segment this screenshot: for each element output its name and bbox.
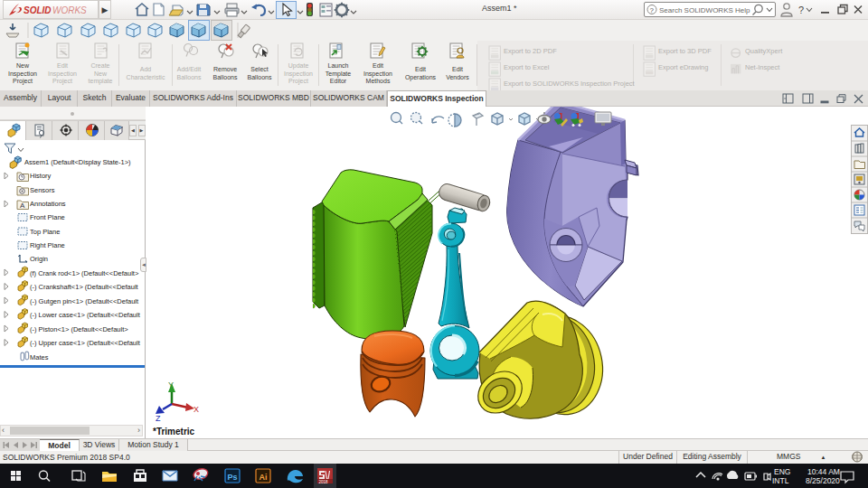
svg-text:X: X	[193, 405, 199, 414]
svg-text:WORKS: WORKS	[52, 5, 87, 15]
svg-text:ENG: ENG	[774, 467, 790, 476]
svg-text:?: ?	[650, 6, 655, 14]
svg-text:Search SOLIDWORKS Help: Search SOLIDWORKS Help	[659, 6, 750, 14]
svg-text:Z: Z	[156, 414, 161, 423]
svg-text:8/25/2020: 8/25/2020	[806, 476, 840, 485]
svg-text:Ps: Ps	[228, 473, 238, 482]
svg-text:Y: Y	[168, 380, 174, 389]
svg-text:?: ?	[798, 5, 804, 15]
svg-text:A: A	[20, 202, 25, 210]
svg-text:10:44 AM: 10:44 AM	[807, 467, 840, 476]
svg-text:2018: 2018	[319, 480, 329, 484]
svg-text:SOLID: SOLID	[24, 5, 52, 15]
svg-text:INTL: INTL	[772, 476, 789, 485]
svg-text:Ai: Ai	[259, 473, 268, 482]
